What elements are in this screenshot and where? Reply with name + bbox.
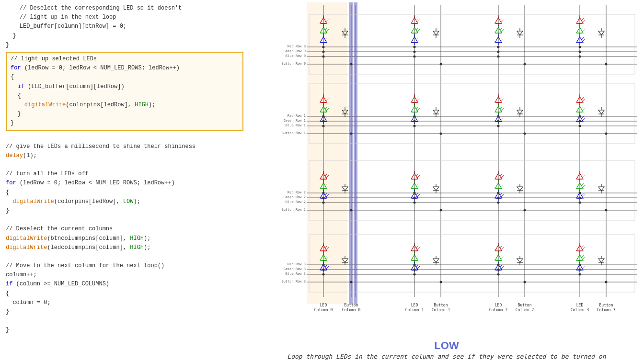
svg-rect-146 <box>309 14 635 74</box>
circuit-diagram: Red Row 0 Green Row 0 Blue Row 0 Button … <box>249 0 644 335</box>
svg-point-127 <box>605 133 608 135</box>
svg-text:Red Row 3: Red Row 3 <box>288 262 306 266</box>
svg-text:LED: LED <box>411 303 418 307</box>
svg-text:Column 3: Column 3 <box>571 308 589 312</box>
svg-text:Column 2: Column 2 <box>516 308 534 312</box>
svg-text:Red Row 2: Red Row 2 <box>288 191 306 194</box>
svg-point-95 <box>414 202 416 204</box>
svg-point-102 <box>322 264 325 266</box>
svg-point-87 <box>579 115 581 118</box>
svg-point-110 <box>497 273 500 276</box>
svg-point-91 <box>322 197 325 199</box>
svg-marker-18 <box>249 0 252 4</box>
svg-text:Column 0: Column 0 <box>342 308 361 312</box>
svg-point-115 <box>350 133 353 135</box>
svg-point-101 <box>579 202 581 204</box>
svg-point-128 <box>605 209 608 212</box>
svg-text:Column 0: Column 0 <box>314 308 333 312</box>
svg-point-66 <box>322 46 325 48</box>
svg-point-81 <box>414 115 416 118</box>
svg-point-85 <box>497 120 500 123</box>
svg-marker-6 <box>249 0 253 2</box>
svg-text:Column 1: Column 1 <box>405 308 424 312</box>
svg-point-100 <box>579 197 581 199</box>
svg-point-123 <box>524 133 526 135</box>
svg-point-120 <box>440 209 442 212</box>
svg-text:Blue Row 2: Blue Row 2 <box>286 200 306 204</box>
svg-text:Column 2: Column 2 <box>489 308 508 312</box>
svg-text:Blue Row 3: Blue Row 3 <box>286 272 306 276</box>
svg-point-117 <box>350 281 353 283</box>
svg-marker-0 <box>249 0 253 2</box>
circuit-panel: Red Row 0 Green Row 0 Blue Row 0 Button … <box>249 0 644 362</box>
svg-text:Red Row 1: Red Row 1 <box>288 114 306 118</box>
svg-point-67 <box>322 51 325 53</box>
svg-point-119 <box>440 133 442 135</box>
svg-text:Button: Button <box>599 303 613 307</box>
svg-point-93 <box>414 192 416 194</box>
svg-text:Green Row 1: Green Row 1 <box>284 119 306 123</box>
svg-text:Blue Row 1: Blue Row 1 <box>286 124 306 127</box>
svg-point-103 <box>322 269 325 271</box>
svg-text:Button Row 3: Button Row 3 <box>281 280 306 283</box>
svg-point-122 <box>524 63 526 66</box>
svg-point-79 <box>322 120 325 123</box>
svg-text:Column 3: Column 3 <box>597 308 616 312</box>
svg-point-78 <box>322 115 325 118</box>
svg-point-94 <box>414 197 416 199</box>
code-after-highlight: // give the LEDs a millisecond to shine … <box>6 133 243 335</box>
svg-text:Button: Button <box>434 303 448 307</box>
code-before-highlight: // Deselect the corresponding LED so it … <box>6 4 243 50</box>
svg-point-121 <box>440 281 442 283</box>
svg-line-11 <box>252 0 254 0</box>
svg-text:Button Row 2: Button Row 2 <box>281 208 306 212</box>
svg-point-77 <box>579 56 581 58</box>
code-panel: // Deselect the corresponding LED so it … <box>0 0 249 362</box>
svg-point-104 <box>322 273 325 276</box>
svg-point-114 <box>350 63 353 66</box>
svg-point-90 <box>322 192 325 194</box>
svg-text:Green Row 2: Green Row 2 <box>284 195 306 199</box>
svg-point-88 <box>579 120 581 123</box>
svg-point-108 <box>497 264 500 266</box>
svg-text:Button Row 0: Button Row 0 <box>281 62 306 66</box>
svg-point-74 <box>497 56 500 58</box>
svg-text:LED: LED <box>320 303 327 307</box>
svg-point-82 <box>414 120 416 123</box>
svg-point-96 <box>497 192 500 194</box>
svg-text:Button Row 1: Button Row 1 <box>281 131 306 135</box>
svg-rect-148 <box>309 160 635 220</box>
bottom-caption: Loop through LEDs in the current column … <box>287 353 606 360</box>
svg-text:LED: LED <box>495 303 502 307</box>
svg-text:Green Row 0: Green Row 0 <box>284 49 306 53</box>
svg-point-70 <box>414 51 416 53</box>
svg-point-107 <box>414 273 416 276</box>
svg-point-116 <box>350 209 353 212</box>
svg-point-113 <box>579 273 581 276</box>
svg-text:Button: Button <box>518 303 532 307</box>
svg-point-129 <box>605 281 608 283</box>
highlighted-code-block: // light up selected LEDs for (ledRow = … <box>6 52 243 131</box>
svg-point-124 <box>524 209 526 212</box>
svg-text:Red Row 0: Red Row 0 <box>288 45 306 48</box>
svg-point-89 <box>579 125 581 127</box>
svg-point-99 <box>579 192 581 194</box>
svg-point-76 <box>579 51 581 53</box>
svg-text:Button: Button <box>345 303 358 307</box>
svg-text:Green Row 3: Green Row 3 <box>284 267 306 271</box>
svg-point-98 <box>497 202 500 204</box>
svg-point-75 <box>579 46 581 48</box>
svg-rect-147 <box>309 84 635 144</box>
svg-text:Blue Row 0: Blue Row 0 <box>286 54 306 58</box>
svg-marker-12 <box>249 0 253 2</box>
svg-rect-149 <box>309 235 635 292</box>
svg-point-68 <box>322 56 325 58</box>
svg-point-105 <box>414 264 416 266</box>
svg-rect-22 <box>307 2 347 304</box>
svg-line-17 <box>252 0 254 0</box>
svg-text:Column 1: Column 1 <box>432 308 450 312</box>
svg-point-71 <box>414 56 416 58</box>
svg-point-118 <box>440 63 442 66</box>
svg-point-126 <box>605 63 608 66</box>
svg-line-5 <box>252 0 254 0</box>
